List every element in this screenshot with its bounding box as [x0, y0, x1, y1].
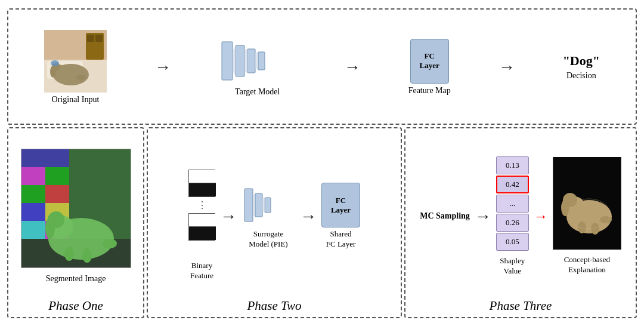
svg-rect-3: [87, 35, 94, 42]
svg-point-38: [82, 248, 92, 263]
decision-label: Decision: [566, 71, 596, 81]
arrow-1: →: [154, 59, 171, 75]
svg-marker-19: [255, 52, 258, 70]
svg-rect-13: [222, 42, 233, 80]
svg-marker-42: [253, 193, 255, 217]
binary-feature-block: ⋮ BinaryFeature: [188, 152, 215, 281]
segmented-image: [21, 149, 131, 268]
shapley-cell-dots: ...: [496, 195, 529, 213]
svg-point-11: [76, 75, 86, 81]
phase-three-label: Phase Three: [490, 299, 552, 313]
svg-rect-28: [21, 221, 45, 239]
arrow-3: →: [499, 59, 515, 75]
svg-marker-17: [233, 45, 236, 76]
red-arrow: →: [534, 208, 548, 224]
svg-rect-40: [255, 193, 262, 217]
binary-feature-visual: ⋮: [188, 152, 215, 259]
svg-marker-43: [262, 198, 265, 213]
original-input-label: Original Input: [52, 95, 100, 104]
svg-point-10: [50, 66, 56, 78]
top-flow: Original Input →: [20, 16, 624, 119]
mc-sampling-block: MC Sampling: [420, 210, 470, 222]
shapley-cell-1: 0.13: [496, 156, 529, 174]
svg-point-49: [600, 216, 612, 223]
shared-fc-block: FCLayer SharedFC Layer: [321, 183, 360, 250]
concept-explanation-block: Concept-basedExplanation: [553, 157, 621, 275]
shared-fc-box: FCLayer: [321, 183, 360, 227]
top-row: Original Input →: [7, 8, 637, 125]
svg-point-35: [45, 217, 55, 239]
phase-two-label: Phase Two: [247, 299, 301, 313]
svg-rect-39: [244, 189, 253, 222]
svg-rect-41: [265, 198, 271, 213]
decision-block: "Dog" Decision: [563, 53, 600, 81]
svg-rect-23: [45, 167, 69, 185]
mc-sampling-label: MC Sampling: [420, 210, 470, 222]
svg-rect-14: [236, 45, 244, 76]
binary-feature-label: BinaryFeature: [190, 261, 213, 281]
feature-map-fc-box: FCLayer: [410, 39, 449, 84]
phase-three-content: MC Sampling → 0.13 0.42 ... 0.26 0.05: [410, 134, 631, 299]
svg-point-36: [103, 239, 117, 248]
surrogate-cnn-diagram: [242, 183, 295, 227]
arrow-2: →: [344, 59, 361, 75]
shapley-cell-3: 0.26: [496, 214, 529, 232]
target-model-block: Target Model: [219, 37, 296, 97]
svg-marker-18: [244, 49, 247, 73]
shared-fc-label: SharedFC Layer: [326, 229, 355, 250]
svg-rect-25: [45, 185, 69, 203]
surrogate-model-label: SurrogateModel (PIE): [249, 229, 287, 250]
svg-rect-16: [258, 52, 265, 70]
dots: ⋮: [188, 199, 215, 211]
phase-one-box: Segmented Image Phase One: [7, 127, 144, 318]
feature-map-label: Feature Map: [408, 86, 451, 96]
feature-map-block: FCLayer Feature Map: [408, 39, 451, 96]
svg-rect-4: [95, 35, 103, 42]
target-model-label: Target Model: [235, 87, 280, 97]
svg-rect-24: [21, 185, 45, 203]
bottom-row: Segmented Image Phase One: [7, 127, 637, 318]
phase-one-label: Phase One: [48, 299, 103, 313]
phase-two-box: ⋮ BinaryFeature →: [147, 127, 402, 318]
svg-point-37: [64, 247, 74, 261]
svg-point-50: [578, 222, 586, 233]
svg-rect-15: [247, 49, 255, 73]
decision-value: "Dog": [563, 53, 600, 69]
shapley-cell-4: 0.05: [496, 233, 529, 251]
phase-three-box: MC Sampling → 0.13 0.42 ... 0.26 0.05: [404, 127, 637, 318]
shapley-value-label: ShapleyValue: [500, 256, 525, 276]
svg-point-12: [51, 60, 59, 66]
concept-dog-svg: [553, 157, 621, 250]
surrogate-model-block: SurrogateModel (PIE): [242, 183, 295, 250]
target-model-image: [219, 37, 296, 85]
shapley-cell-2-highlighted: 0.42: [496, 176, 529, 193]
arrow-p2-2: →: [300, 208, 317, 224]
concept-explanation-image: [553, 157, 621, 250]
arrow-p3-1: →: [475, 208, 491, 224]
main-container: Original Input →: [7, 8, 637, 318]
segmented-image-label: Segmented Image: [46, 274, 106, 284]
original-input-block: Original Input: [44, 30, 107, 104]
phase-two-content: ⋮ BinaryFeature →: [153, 134, 396, 299]
shapley-values-col: 0.13 0.42 ... 0.26 0.05: [496, 156, 529, 251]
original-input-image: [44, 30, 107, 93]
cnn-diagram: [219, 37, 296, 85]
shapley-block: 0.13 0.42 ... 0.26 0.05 ShapleyValue: [496, 156, 529, 276]
svg-rect-26: [21, 203, 45, 221]
arrow-p2-1: →: [220, 208, 237, 224]
svg-rect-22: [21, 167, 45, 185]
concept-explanation-label: Concept-basedExplanation: [564, 255, 610, 275]
segmented-image-svg: [21, 149, 131, 268]
